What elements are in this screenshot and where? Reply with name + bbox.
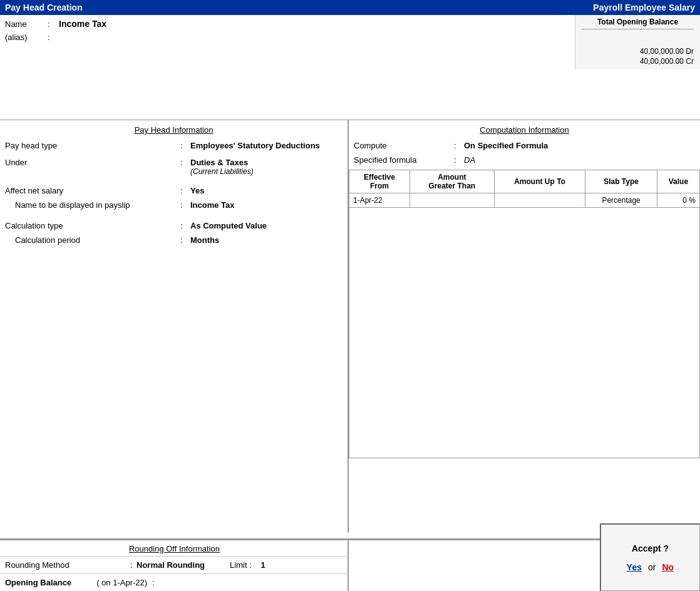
name-payslip-label: Name to be displayed in payslip	[5, 200, 180, 210]
slab-empty-space	[349, 208, 700, 458]
under-row: Under : Duties & Taxes (Current Liabilit…	[0, 155, 347, 178]
top-header: Pay Head Creation Payroll Employee Salar…	[0, 0, 700, 15]
accept-dialog: Accept ? Yes or No	[600, 523, 700, 591]
main-content: Pay Head Information Pay head type : Emp…	[0, 120, 700, 533]
rounding-method-colon: :	[130, 560, 136, 570]
name-alias-wrapper: Name : Income Tax (alias) : Total Openin…	[0, 15, 700, 69]
calc-period-row: Calculation period : Months	[0, 233, 347, 247]
alias-label: (alias)	[5, 33, 43, 42]
header-left-title: Pay Head Creation	[5, 3, 83, 13]
calc-type-label: Calculation type	[5, 221, 180, 230]
rounding-method-row: Rounding Method : Normal Rounding Limit …	[0, 557, 349, 573]
specified-formula-label: Specified formula	[354, 155, 454, 165]
pay-head-info-header: Pay Head Information	[0, 120, 347, 138]
limit-value: 1	[261, 560, 265, 570]
name-payslip-row: Name to be displayed in payslip : Income…	[0, 198, 347, 212]
pay-head-type-row: Pay head type : Employees' Statutory Ded…	[0, 138, 347, 153]
slab-row-1: 1-Apr-22 Percentage 0 %	[349, 193, 700, 208]
name-payslip-colon: :	[180, 200, 190, 210]
under-sub: (Current Liabilities)	[190, 167, 254, 176]
accept-options: Yes or No	[627, 562, 674, 572]
specified-formula-value: DA	[464, 155, 475, 165]
affect-net-row: Affect net salary : Yes	[0, 183, 347, 198]
calc-type-colon: :	[180, 221, 190, 230]
name-label: Name	[5, 19, 43, 29]
pay-head-type-label: Pay head type	[5, 141, 180, 150]
slab-header-amount-upto: Amount Up To	[494, 170, 585, 193]
opening-balance-row: Opening Balance ( on 1-Apr-22) :	[0, 573, 349, 591]
affect-net-colon: :	[180, 186, 190, 195]
calc-period-colon: :	[180, 235, 190, 245]
accept-or-text: or	[648, 562, 656, 572]
calc-type-row: Calculation type : As Computed Value	[0, 218, 347, 233]
name-alias-section: Name : Income Tax (alias) :	[0, 15, 575, 69]
slab-header-value: Value	[657, 170, 699, 193]
dr-amount: 40,00,000.00 Dr	[640, 47, 694, 56]
opening-balance-date: ( on 1-Apr-22)	[96, 578, 147, 587]
total-opening-title: Total Opening Balance	[582, 18, 694, 29]
slab-amount-upto	[494, 193, 585, 208]
calc-type-value: As Computed Value	[190, 221, 267, 230]
compute-row: Compute : On Specified Formula	[349, 138, 700, 153]
slab-type: Percentage	[585, 193, 657, 208]
alias-colon: :	[48, 33, 54, 42]
slab-header-amount-gt: AmountGreater Than	[409, 170, 494, 193]
accept-title: Accept ?	[632, 543, 669, 553]
opening-balance-label: Opening Balance	[5, 578, 71, 587]
rounding-method-label: Rounding Method	[5, 560, 130, 570]
affect-net-label: Affect net salary	[5, 186, 180, 195]
rounding-method-value: Normal Rounding	[136, 560, 205, 570]
slab-value: 0 %	[657, 193, 699, 208]
affect-net-value: Yes	[190, 186, 204, 195]
specified-formula-row: Specified formula : DA	[349, 153, 700, 167]
dr-balance-row: 40,00,000.00 Dr	[582, 47, 694, 56]
calc-period-value: Months	[190, 235, 219, 245]
slab-amount-gt	[409, 193, 494, 208]
compute-label: Compute	[354, 141, 454, 150]
compute-value: On Specified Formula	[464, 141, 548, 150]
specified-formula-colon: :	[454, 155, 464, 165]
limit-label: Limit	[230, 560, 247, 570]
calc-period-label: Calculation period	[5, 235, 180, 245]
slab-header-slab-type: Slab Type	[585, 170, 657, 193]
right-panel: Computation Information Compute : On Spe…	[349, 120, 700, 533]
pay-head-type-colon: :	[180, 141, 190, 150]
accept-no-button[interactable]: No	[662, 562, 674, 572]
under-value: Duties & Taxes	[190, 158, 254, 167]
slab-row-empty	[349, 208, 700, 458]
opening-balance-colon: :	[152, 578, 155, 587]
slab-header-effective-from: EffectiveFrom	[349, 170, 410, 193]
cr-balance-row: 40,00,000.00 Cr	[582, 57, 694, 66]
left-panel: Pay Head Information Pay head type : Emp…	[0, 120, 349, 533]
compute-colon: :	[454, 141, 464, 150]
pay-head-type-value: Employees' Statutory Deductions	[190, 141, 320, 150]
alias-row: (alias) :	[5, 33, 570, 42]
limit-colon: :	[250, 560, 256, 570]
slab-table: EffectiveFrom AmountGreater Than Amount …	[349, 170, 700, 458]
total-opening-panel: Total Opening Balance 40,00,000.00 Dr 40…	[575, 15, 700, 69]
header-right-title: Payroll Employee Salary	[593, 3, 695, 13]
rounding-panel: Rounding Off Information Rounding Method…	[0, 540, 349, 591]
under-label: Under	[5, 158, 180, 167]
bottom-section: Rounding Off Information Rounding Method…	[0, 538, 700, 591]
slab-effective-from: 1-Apr-22	[349, 193, 410, 208]
computation-info-header: Computation Information	[349, 120, 700, 138]
name-payslip-value: Income Tax	[190, 200, 235, 210]
name-row: Name : Income Tax	[5, 19, 570, 29]
name-colon: :	[48, 19, 54, 29]
name-value: Income Tax	[59, 19, 106, 29]
rounding-header: Rounding Off Information	[0, 540, 349, 557]
under-colon: :	[180, 158, 190, 167]
accept-yes-button[interactable]: Yes	[627, 562, 642, 572]
cr-amount: 40,00,000.00 Cr	[640, 57, 694, 66]
